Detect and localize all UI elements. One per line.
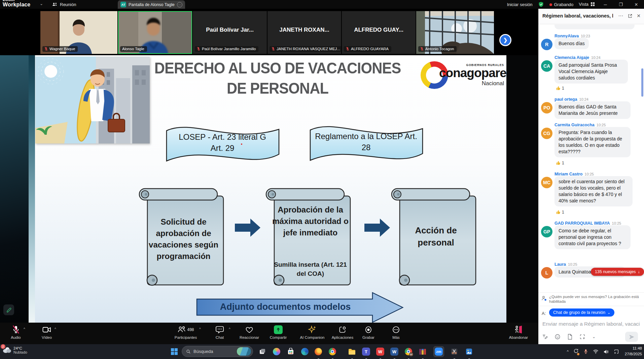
muted-mic-icon <box>346 47 349 51</box>
emoji-icon[interactable] <box>554 334 561 340</box>
share-button[interactable]: Compartir <box>264 325 293 339</box>
tray-chevron-icon[interactable]: ^ <box>567 350 569 354</box>
new-messages-button[interactable]: 135 nuevos mensajes ↓ <box>591 268 644 276</box>
restore-button[interactable]: ❐ <box>616 2 626 7</box>
chat-message-input[interactable]: Enviar mensaje a Régimen laboral, vacaci… <box>542 321 640 327</box>
word-icon: W <box>390 348 398 356</box>
chrome-button[interactable] <box>327 346 338 357</box>
close-chat-icon[interactable]: ✕ <box>637 13 641 19</box>
video-tile-janeth[interactable]: JANETH ROXAN... JANETH ROXANA VASQUEZ ME… <box>267 11 341 54</box>
titlebar-right: Iniciar sesión Grabando Vista ─ ❐ ✕ <box>507 0 641 9</box>
format-text-icon[interactable] <box>542 334 548 340</box>
send-button[interactable] <box>625 332 638 342</box>
teams-button[interactable]: T <box>361 346 371 357</box>
chat-audience-selector[interactable]: Chat de grupo de la reunión ⌄ <box>549 308 614 317</box>
minimize-button[interactable]: ─ <box>600 2 610 7</box>
chevron-up-icon[interactable]: ^ <box>55 327 56 331</box>
recording-dot-icon <box>549 3 552 6</box>
slide-left-accent <box>29 55 35 323</box>
chat-menu-icon[interactable]: ⋯ <box>618 13 623 19</box>
audio-button[interactable]: Audio ^ <box>1 325 30 339</box>
tab-options-icon[interactable]: ··· <box>177 2 182 7</box>
word-button[interactable]: W <box>389 346 400 357</box>
video-tile-alonso-active-speaker[interactable]: Alonso Tagle <box>118 11 192 54</box>
message-bubble: sobre el cuarenta por siento del sueldo … <box>554 176 633 206</box>
speaker-icon[interactable] <box>603 349 609 354</box>
record-icon <box>354 325 383 335</box>
video-tile-wagner[interactable]: Wagner Baque <box>40 11 117 54</box>
participant-name-tag: JANETH ROXANA VASQUEZ MEJ... <box>270 46 341 52</box>
vacation-illustration <box>35 57 150 143</box>
annotation-pencil-button[interactable] <box>3 304 14 315</box>
tab-meeting-label: Reunión <box>60 2 76 7</box>
pop-out-icon[interactable] <box>628 13 633 19</box>
zoom-workplace-window: Zoom Workplace ⌄ Reunión AT Pantalla de … <box>0 0 644 359</box>
update-pending-icon[interactable] <box>573 348 579 355</box>
photos-button[interactable] <box>464 346 474 357</box>
store-button[interactable] <box>285 346 296 357</box>
chat-scrollbar[interactable] <box>641 68 643 97</box>
record-button[interactable]: Grabar <box>354 325 383 339</box>
wps-icon: W <box>376 348 384 356</box>
reaction-chip[interactable]: 1 <box>554 160 566 166</box>
chat-messages[interactable]: RonnyAlava10:23 R Buenos días Clemencia … <box>538 25 644 292</box>
chat-title: Régimen laboral, vacaciones, lice... <box>542 13 613 19</box>
sign-in-link[interactable]: Iniciar sesión <box>507 2 533 7</box>
app-logo: Zoom Workplace <box>3 0 30 9</box>
video-tile-alfredo[interactable]: ALFREDO GUAY... ALFREDO GUAYARA <box>342 11 416 54</box>
chat-button[interactable]: Chat ^ <box>205 325 234 339</box>
copilot-button[interactable] <box>271 346 282 357</box>
privacy-notice: ¿Quién puede ver sus mensajes? La grabac… <box>538 292 644 306</box>
firefox-button[interactable] <box>313 346 324 357</box>
winrar-icon <box>419 348 426 355</box>
annotation-dot <box>241 143 242 145</box>
taskbar-search[interactable]: Búsqueda <box>182 346 253 357</box>
wifi-icon[interactable] <box>593 349 599 354</box>
taskbar-clock[interactable]: 11:48 27/8/2025 <box>625 346 642 357</box>
screenshot-icon[interactable] <box>579 334 585 340</box>
ai-companion-button[interactable]: AI Companion <box>296 325 328 339</box>
snipping-tool-button[interactable] <box>449 346 460 357</box>
reaction-chip[interactable]: 1 <box>554 85 566 91</box>
cast-reconnect-icon[interactable] <box>614 349 619 354</box>
to-label: A: <box>542 311 546 316</box>
chevron-up-icon[interactable]: ^ <box>229 327 230 331</box>
task-view-button[interactable] <box>257 346 268 357</box>
apps-icon <box>327 325 358 335</box>
message-bubble: Como se debe regular, el personal que in… <box>554 225 631 249</box>
video-tile-antonio[interactable]: Antonio Tocagon <box>416 11 494 54</box>
leave-button[interactable]: Abandonar <box>504 325 533 339</box>
video-button[interactable]: Vídeo ^ <box>32 325 61 339</box>
avatar: PO <box>541 102 552 113</box>
start-button[interactable] <box>169 346 180 357</box>
participants-button[interactable]: 498 Participantes ^ <box>168 325 203 339</box>
file-explorer-button[interactable] <box>347 346 357 357</box>
tab-meeting[interactable]: Reunión <box>52 0 76 9</box>
chevron-up-icon[interactable]: ^ <box>24 327 25 331</box>
edge-button[interactable] <box>299 346 310 357</box>
close-button[interactable]: ✕ <box>631 2 641 7</box>
apps-button[interactable]: Aplicaciones <box>327 325 358 339</box>
file-icon[interactable] <box>567 334 573 340</box>
wps-button[interactable]: W <box>375 346 386 357</box>
tab-screen-share[interactable]: AT Pantalla de Alonso Tagle ··· <box>118 0 185 9</box>
reaction-chip[interactable]: 1 <box>554 209 566 215</box>
chevron-down-icon[interactable]: ⌄ <box>40 1 43 6</box>
taskbar-weather-widget[interactable]: 2 24°C Nublado <box>2 346 27 355</box>
video-tile-paul[interactable]: Paúl Bolívar Jar... Paúl Bolívar Jaramil… <box>193 11 267 54</box>
chevron-up-icon[interactable]: ^ <box>199 327 201 331</box>
message-bubble: Buenos días <box>554 38 589 49</box>
next-participants-button[interactable]: ❯ <box>500 35 510 45</box>
heart-icon <box>235 325 264 335</box>
chevron-down-icon[interactable]: ⌄ <box>592 334 596 339</box>
people-icon: 498 <box>168 325 203 335</box>
more-button[interactable]: Más <box>382 325 410 339</box>
winrar-button[interactable] <box>417 346 428 357</box>
react-button[interactable]: Reaccionar <box>235 325 264 339</box>
avatar: GP <box>541 226 552 237</box>
mic-in-use-icon[interactable] <box>583 349 588 354</box>
view-button[interactable]: Vista <box>579 2 595 7</box>
chrome-profile-button[interactable]: W <box>403 346 414 357</box>
scroll-aprobacion: Aprobación de la máxima autoridad o jefe… <box>261 187 359 288</box>
zoom-app-button[interactable]: zm <box>433 346 444 357</box>
